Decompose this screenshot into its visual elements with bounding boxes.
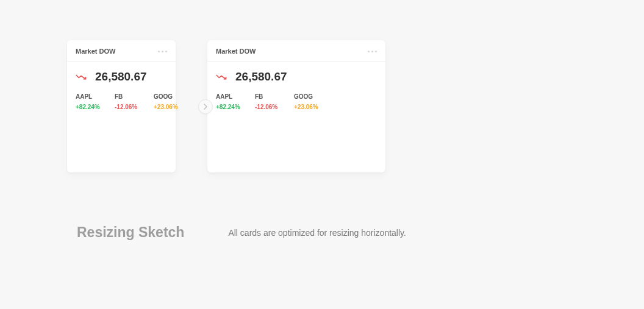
ticker-symbol: GOOG xyxy=(154,93,178,100)
caption-row: Resizing Sketch All cards are optimized … xyxy=(77,224,406,241)
headline-row: 26,580.67 xyxy=(216,70,377,83)
more-icon[interactable] xyxy=(368,51,377,52)
card-title: Market DOW xyxy=(76,48,115,55)
ticker-pct: +82.24% xyxy=(76,104,100,110)
card-header: Market DOW xyxy=(207,40,385,62)
ticker-pct: -12.06% xyxy=(255,104,279,110)
ticker-pct: +82.24% xyxy=(216,104,240,110)
bar-chart xyxy=(76,119,167,166)
ticker: GOOG +23.06% xyxy=(294,93,318,110)
card-body: 26,580.67 AAPL +82.24% FB -12.06% GOOG +… xyxy=(67,62,176,172)
card-header: Market DOW xyxy=(67,40,176,62)
headline-row: 26,580.67 xyxy=(76,70,167,83)
ticker-pct: +23.06% xyxy=(294,104,318,110)
ticker-symbol: GOOG xyxy=(294,93,318,100)
ticker-symbol: AAPL xyxy=(216,93,240,100)
trend-down-icon xyxy=(216,73,227,80)
card-title: Market DOW xyxy=(216,48,256,55)
headline-value: 26,580.67 xyxy=(235,70,287,83)
card-stage: Market DOW 26,580.67 AAPL +82.24% FB -12… xyxy=(67,40,385,172)
ticker: AAPL +82.24% xyxy=(76,93,100,110)
ticker: GOOG +23.06% xyxy=(154,93,178,110)
tickers-row: AAPL +82.24% FB -12.06% GOOG +23.06% xyxy=(76,93,167,110)
headline-value: 26,580.67 xyxy=(95,70,147,83)
card-body: 26,580.67 AAPL +82.24% FB -12.06% GOOG +… xyxy=(207,62,385,172)
ticker: FB -12.06% xyxy=(115,93,139,110)
section-title: Resizing Sketch xyxy=(77,224,184,241)
ticker: FB -12.06% xyxy=(255,93,279,110)
ticker-symbol: AAPL xyxy=(76,93,100,100)
resize-arrow-button[interactable] xyxy=(198,99,213,114)
market-card-large: Market DOW 26,580.67 AAPL +82.24% FB -12… xyxy=(207,40,385,172)
bar-chart xyxy=(216,119,377,166)
market-card-small: Market DOW 26,580.67 AAPL +82.24% FB -12… xyxy=(67,40,176,172)
ticker-symbol: FB xyxy=(115,93,139,100)
more-icon[interactable] xyxy=(158,51,167,52)
ticker: AAPL +82.24% xyxy=(216,93,240,110)
trend-down-icon xyxy=(76,73,87,80)
ticker-symbol: FB xyxy=(255,93,279,100)
ticker-pct: +23.06% xyxy=(154,104,178,110)
section-description: All cards are optimized for resizing hor… xyxy=(228,228,406,238)
arrow-right-icon xyxy=(202,104,209,110)
ticker-pct: -12.06% xyxy=(115,104,139,110)
tickers-row: AAPL +82.24% FB -12.06% GOOG +23.06% xyxy=(216,93,377,110)
